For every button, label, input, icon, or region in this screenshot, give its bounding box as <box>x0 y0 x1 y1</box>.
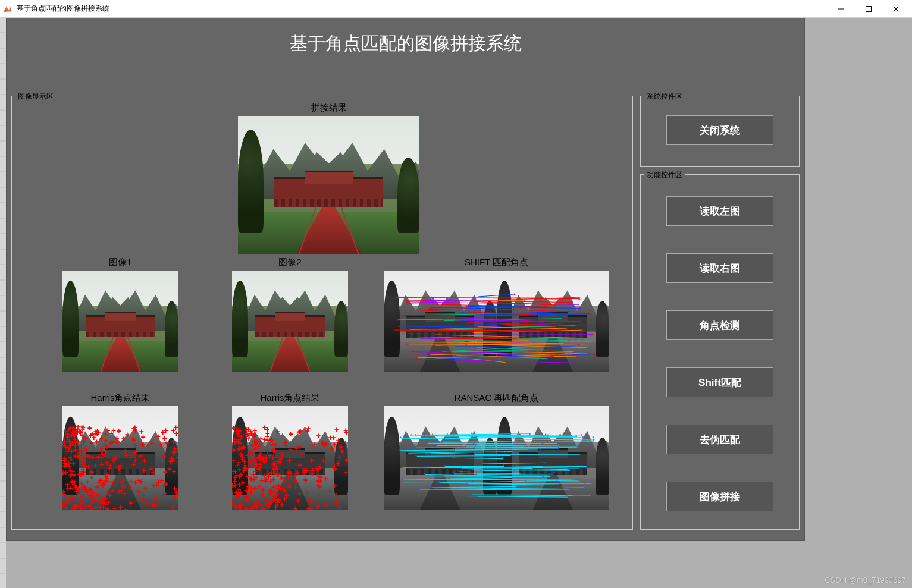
svg-text:*: * <box>517 439 519 445</box>
harris2-title: Harris角点结果 <box>232 392 348 404</box>
svg-text:*: * <box>438 479 441 485</box>
maximize-button[interactable] <box>855 0 882 18</box>
svg-text:*: * <box>443 463 446 469</box>
svg-text:*: * <box>472 479 474 485</box>
svg-text:*: * <box>577 477 579 483</box>
svg-text:+: + <box>471 325 474 330</box>
svg-text:*: * <box>519 471 521 477</box>
svg-text:+: + <box>476 339 479 345</box>
svg-text:+: + <box>576 335 579 341</box>
ransac-lines: ****************************************… <box>384 406 609 510</box>
stitch-button[interactable]: 图像拼接 <box>666 482 773 511</box>
svg-text:+: + <box>480 339 483 345</box>
svg-text:+: + <box>593 352 596 357</box>
shift-match-image: ++++++++++++++++++++++++++++++++++++++++… <box>384 271 609 372</box>
svg-text:*: * <box>513 468 516 474</box>
remove-false-button[interactable]: 去伪匹配 <box>666 425 773 454</box>
load-left-button[interactable]: 读取左图 <box>666 196 773 226</box>
svg-text:*: * <box>427 433 430 439</box>
svg-text:*: * <box>585 465 587 471</box>
svg-text:+: + <box>588 351 591 356</box>
corner-detect-button[interactable]: 角点检测 <box>666 310 773 340</box>
harris2-panel: Harris角点结果 +++++++++++++++++++++++++++++… <box>232 392 348 510</box>
svg-text:*: * <box>415 433 417 439</box>
svg-text:+: + <box>427 307 430 313</box>
load-right-button[interactable]: 读取右图 <box>666 253 773 283</box>
svg-text:+: + <box>441 317 444 323</box>
image-display-group: 图像显示区 拼接结果 图像1 图像2 SHIFT 匹配角点 <box>11 96 633 530</box>
svg-text:+: + <box>445 328 448 334</box>
svg-text:*: * <box>541 465 544 471</box>
svg-text:+: + <box>591 332 594 337</box>
svg-text:*: * <box>468 471 471 477</box>
svg-text:+: + <box>541 320 544 325</box>
svg-text:+: + <box>506 335 509 340</box>
svg-text:+: + <box>560 316 563 322</box>
svg-text:+: + <box>434 332 437 338</box>
svg-text:*: * <box>593 438 595 444</box>
harris1-panel: Harris角点结果 +++++++++++++++++++++++++++++… <box>62 392 178 510</box>
svg-line-232 <box>450 477 513 479</box>
svg-line-250 <box>431 486 518 488</box>
ransac-image: ****************************************… <box>384 406 609 510</box>
svg-line-43 <box>403 334 593 334</box>
svg-text:*: * <box>512 450 514 456</box>
svg-text:+: + <box>578 342 581 347</box>
svg-text:*: * <box>452 470 455 476</box>
svg-text:+: + <box>592 323 595 329</box>
svg-text:*: * <box>465 444 467 450</box>
ransac-panel: RANSAC 再匹配角点 ***************************… <box>384 392 609 510</box>
svg-line-349 <box>453 458 504 458</box>
svg-text:*: * <box>426 440 428 446</box>
minimize-button[interactable] <box>828 0 855 18</box>
svg-text:*: * <box>566 493 568 499</box>
svg-line-322 <box>435 476 544 477</box>
svg-text:+: + <box>586 345 589 351</box>
svg-text:+: + <box>560 328 563 334</box>
svg-line-253 <box>401 438 594 440</box>
svg-text:*: * <box>423 464 425 470</box>
svg-text:+: + <box>466 320 469 326</box>
system-controls-legend: 系统控件区 <box>644 92 685 102</box>
svg-text:*: * <box>410 433 413 439</box>
function-controls-legend: 功能控件区 <box>644 170 685 180</box>
shift-match-lines: ++++++++++++++++++++++++++++++++++++++++… <box>384 271 609 372</box>
svg-line-307 <box>419 489 569 490</box>
page-title: 基于角点匹配的图像拼接系统 <box>7 18 804 62</box>
svg-text:*: * <box>542 433 544 439</box>
shift-match-button[interactable]: Shift匹配 <box>666 367 773 397</box>
svg-text:*: * <box>553 470 556 476</box>
svg-text:*: * <box>557 446 560 452</box>
svg-text:+: + <box>449 326 452 332</box>
svg-text:*: * <box>481 461 483 467</box>
svg-rect-1 <box>866 6 872 11</box>
svg-text:*: * <box>544 461 547 467</box>
svg-text:*: * <box>589 480 591 486</box>
shift-match-panel: SHIFT 匹配角点 +++++++++++++++++++++++++++++… <box>384 257 609 372</box>
svg-text:+: + <box>526 341 529 347</box>
svg-text:+: + <box>430 295 433 300</box>
svg-text:+: + <box>573 323 576 329</box>
svg-text:*: * <box>528 448 530 454</box>
svg-text:+: + <box>397 324 400 329</box>
svg-text:+: + <box>405 357 408 362</box>
shift-match-title: SHIFT 匹配角点 <box>384 257 609 268</box>
svg-text:*: * <box>424 471 426 477</box>
svg-text:+: + <box>565 326 568 332</box>
figure-window: 基于角点匹配的图像拼接系统 图像显示区 拼接结果 图像1 图像2 SHIF <box>6 18 805 541</box>
svg-text:+: + <box>399 339 402 345</box>
svg-text:*: * <box>568 467 571 473</box>
svg-text:+: + <box>420 308 423 313</box>
svg-text:*: * <box>578 452 581 458</box>
svg-text:+: + <box>504 360 507 366</box>
svg-line-319 <box>437 488 584 489</box>
svg-text:+: + <box>553 303 556 308</box>
svg-text:+: + <box>447 315 450 320</box>
svg-text:*: * <box>581 479 584 485</box>
close-button[interactable] <box>882 0 910 18</box>
svg-text:*: * <box>528 480 531 486</box>
close-system-button[interactable]: 关闭系统 <box>666 115 773 145</box>
svg-text:*: * <box>556 479 558 485</box>
image2-panel: 图像2 <box>232 257 348 372</box>
svg-text:*: * <box>438 439 440 445</box>
